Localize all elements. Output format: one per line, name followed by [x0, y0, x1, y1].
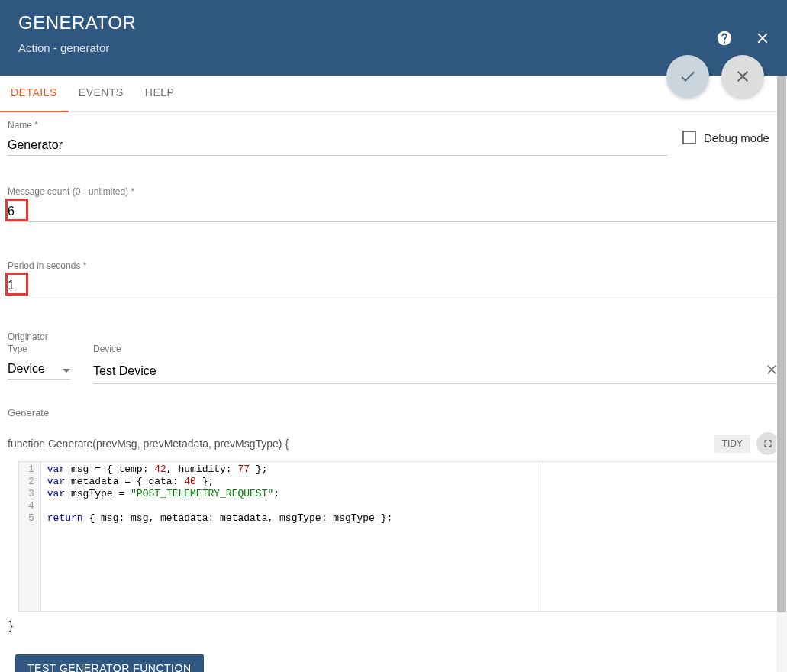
period-label: Period in seconds * — [8, 260, 779, 271]
apply-button[interactable] — [666, 55, 709, 98]
dialog-title: GENERATOR — [18, 12, 769, 34]
chevron-down-icon — [63, 362, 70, 376]
debug-checkbox[interactable] — [682, 131, 696, 144]
msgcount-label: Message count (0 - unlimited) * — [8, 186, 779, 197]
msgcount-input[interactable] — [8, 202, 779, 222]
scrollbar-thumb[interactable] — [777, 76, 786, 612]
gutter: 1 2 3 4 5 — [19, 462, 41, 611]
scrollbar[interactable] — [776, 76, 787, 672]
function-signature: function Generate(prevMsg, prevMetadata,… — [8, 438, 289, 450]
tab-events[interactable]: EVENTS — [79, 76, 145, 111]
originator-label: Originator — [8, 331, 779, 342]
dialog-subtitle: Action - generator — [18, 41, 769, 54]
tab-details[interactable]: DETAILS — [11, 76, 79, 111]
content: Name * Debug mode Message count (0 - unl… — [0, 112, 787, 672]
code-editor[interactable]: 1 2 3 4 5 var msg = { temp: 42, humidity… — [18, 461, 779, 612]
device-input[interactable]: Test Device — [93, 359, 779, 384]
code-area[interactable]: var msg = { temp: 42, humidity: 77 }; va… — [41, 462, 779, 611]
tab-help[interactable]: HELP — [145, 76, 196, 111]
help-icon[interactable] — [715, 29, 734, 47]
name-input[interactable] — [8, 135, 667, 156]
device-label: Device — [93, 344, 779, 354]
generate-label: Generate — [8, 407, 779, 418]
tidy-button[interactable]: TIDY — [714, 435, 750, 453]
debug-label: Debug mode — [704, 131, 769, 144]
period-input[interactable] — [8, 276, 779, 296]
cancel-button[interactable] — [721, 55, 764, 98]
close-icon[interactable] — [753, 29, 772, 47]
type-label: Type — [8, 344, 70, 354]
type-select[interactable]: Device — [8, 359, 70, 380]
type-value: Device — [8, 362, 45, 376]
name-label: Name * — [8, 120, 667, 131]
tab-indicator — [0, 111, 69, 112]
device-value: Test Device — [93, 364, 156, 378]
editor-split — [543, 462, 543, 611]
test-function-button[interactable]: TEST GENERATOR FUNCTION — [15, 654, 204, 672]
closing-brace: } — [9, 619, 779, 632]
